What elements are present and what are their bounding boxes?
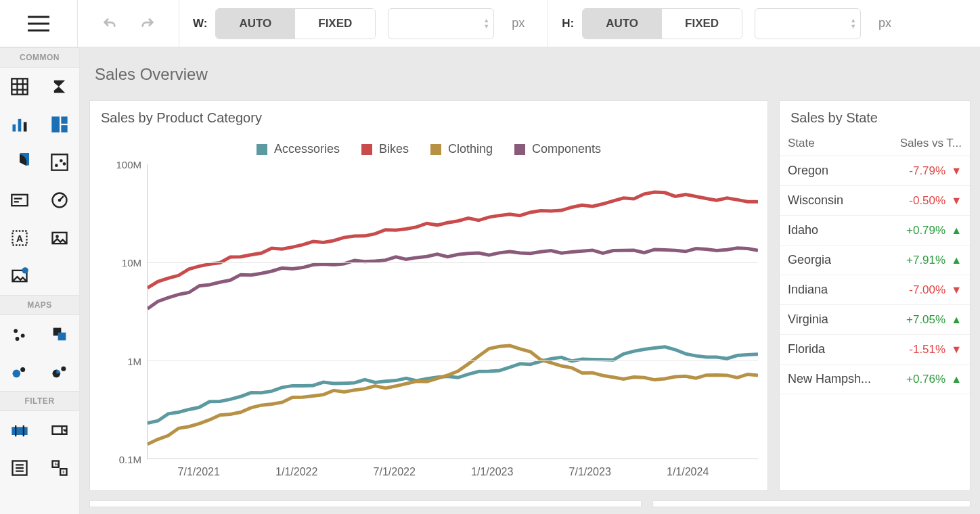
bottom-panel-2[interactable] — [652, 500, 971, 507]
bottom-panel-1[interactable] — [89, 500, 642, 507]
table-row[interactable]: Oregon-7.79%▼ — [780, 156, 970, 186]
state-value: +0.79% — [906, 224, 951, 237]
grid-icon — [10, 77, 29, 96]
state-name: New Hampsh... — [788, 372, 906, 386]
tree-icon: + — [50, 459, 69, 477]
widget-grid[interactable] — [0, 68, 40, 106]
x-tick: 7/1/2022 — [374, 466, 416, 478]
svg-point-10 — [62, 162, 66, 166]
redo-button[interactable] — [140, 15, 155, 32]
widget-tree[interactable]: + — [40, 449, 80, 487]
widget-choropleth[interactable] — [40, 315, 80, 353]
svg-point-21 — [22, 267, 28, 273]
table-row[interactable]: Florida-1.51%▼ — [780, 335, 970, 365]
svg-point-9 — [60, 159, 63, 162]
x-tick: 1/1/2024 — [667, 466, 709, 478]
gauge-icon — [50, 191, 69, 210]
height-spinner[interactable]: ▲▼ — [850, 18, 860, 30]
y-axis: 100M10M1M0.1M — [99, 164, 147, 459]
bottom-panels — [89, 500, 971, 507]
bar-chart-icon — [10, 115, 29, 134]
widget-image[interactable] — [40, 219, 80, 257]
state-name: Florida — [788, 342, 909, 356]
combo-icon — [50, 421, 69, 440]
height-fixed-button[interactable]: FIXED — [661, 9, 742, 39]
svg-rect-2 — [18, 119, 22, 132]
svg-rect-32 — [15, 425, 16, 436]
dashboard-title: Sales Overview — [89, 47, 971, 100]
pie-map-icon — [50, 363, 69, 381]
legend-components[interactable]: Components — [514, 142, 601, 156]
down-icon: ▼ — [951, 165, 962, 177]
legend-accessories[interactable]: Accessories — [257, 142, 340, 156]
widget-gauge[interactable] — [40, 181, 80, 219]
table-row[interactable]: Wisconsin-0.50%▼ — [780, 186, 970, 216]
table-row[interactable]: Indiana-7.00%▼ — [780, 275, 970, 305]
state-value: -7.00% — [909, 283, 951, 297]
widget-range[interactable] — [0, 411, 40, 449]
svg-point-19 — [55, 235, 59, 238]
widget-card[interactable] — [0, 181, 40, 219]
svg-rect-12 — [14, 198, 22, 200]
width-input-wrap: ▲▼ — [388, 8, 494, 39]
state-value: +0.76% — [906, 373, 951, 386]
x-tick: 1/1/2022 — [275, 466, 317, 478]
state-name: Virginia — [788, 312, 906, 327]
width-spinner[interactable]: ▲▼ — [483, 18, 493, 30]
legend-bikes[interactable]: Bikes — [361, 142, 409, 156]
table-row[interactable]: Virginia+7.05%▲ — [780, 305, 970, 335]
widget-sidebar: COMMON A MAPS FIL — [0, 47, 80, 514]
state-value: -0.50% — [909, 194, 951, 208]
widget-bound-image[interactable] — [0, 257, 40, 295]
shapes-icon — [50, 325, 69, 344]
design-canvas: Sales Overview Sales by Product Category… — [80, 47, 980, 514]
down-icon: ▼ — [951, 284, 962, 296]
bubble-icon — [10, 363, 29, 381]
state-name: Indiana — [788, 283, 909, 297]
width-auto-button[interactable]: AUTO — [216, 9, 294, 39]
widget-pie[interactable] — [0, 143, 40, 181]
text-icon: A — [10, 229, 29, 248]
x-tick: 7/1/2023 — [569, 466, 611, 478]
widget-text[interactable]: A — [0, 219, 40, 257]
width-input[interactable] — [388, 9, 483, 39]
dots-icon — [10, 325, 29, 344]
menu-button[interactable] — [0, 0, 78, 47]
section-common: COMMON — [0, 47, 79, 68]
widget-combo[interactable] — [40, 411, 80, 449]
y-tick: 0.1M — [119, 454, 141, 465]
widget-scatter[interactable] — [40, 143, 80, 181]
height-input[interactable] — [755, 9, 850, 39]
y-tick: 1M — [127, 355, 141, 367]
table-row[interactable]: Georgia+7.91%▲ — [780, 246, 970, 275]
svg-text:A: A — [16, 233, 23, 244]
height-auto-button[interactable]: AUTO — [583, 9, 661, 39]
svg-rect-5 — [61, 116, 67, 124]
x-axis: 7/1/20211/1/20227/1/20221/1/20237/1/2023… — [147, 459, 758, 486]
table-panel[interactable]: Sales by State State Sales vs T... Orego… — [779, 100, 971, 491]
state-value: -7.79% — [909, 164, 951, 178]
widget-pie-map[interactable] — [40, 353, 80, 391]
legend-clothing[interactable]: Clothing — [430, 142, 493, 156]
svg-rect-3 — [24, 122, 27, 132]
widget-chart[interactable] — [0, 106, 40, 143]
svg-point-30 — [61, 367, 66, 371]
svg-rect-37 — [60, 469, 66, 475]
chart-title: Sales by Product Category — [90, 101, 767, 131]
svg-text:+: + — [55, 462, 59, 468]
down-icon: ▼ — [951, 195, 962, 207]
widget-geopoint[interactable] — [0, 315, 40, 353]
svg-point-23 — [21, 333, 25, 337]
widget-bubble-map[interactable] — [0, 353, 40, 391]
svg-point-27 — [13, 370, 21, 378]
undo-button[interactable] — [102, 15, 117, 32]
section-filter: FILTER — [0, 391, 79, 411]
treemap-icon — [50, 115, 69, 134]
table-row[interactable]: Idaho+0.79%▲ — [780, 216, 970, 246]
widget-list[interactable] — [0, 449, 40, 487]
chart-panel[interactable]: Sales by Product Category Accessories Bi… — [89, 100, 768, 491]
width-fixed-button[interactable]: FIXED — [294, 9, 375, 39]
widget-treemap[interactable] — [40, 106, 80, 143]
table-row[interactable]: New Hampsh...+0.76%▲ — [780, 365, 970, 394]
widget-pivot[interactable] — [40, 68, 80, 106]
